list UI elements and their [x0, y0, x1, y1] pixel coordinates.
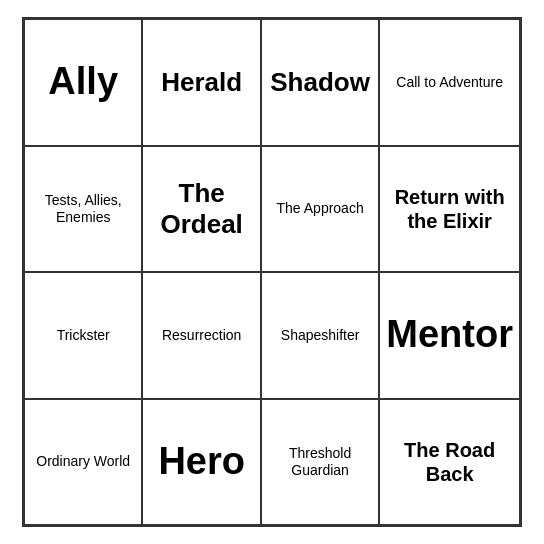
cell-text-r0c3: Call to Adventure: [396, 74, 503, 91]
cell-text-r3c3: The Road Back: [386, 438, 513, 486]
cell-text-r0c1: Herald: [161, 67, 242, 98]
cell-r1c2: The Approach: [261, 146, 379, 273]
cell-r1c0: Tests, Allies, Enemies: [24, 146, 142, 273]
cell-text-r2c1: Resurrection: [162, 327, 241, 344]
cell-text-r3c0: Ordinary World: [36, 453, 130, 470]
cell-text-r1c2: The Approach: [277, 200, 364, 217]
cell-r0c0: Ally: [24, 19, 142, 146]
cell-text-r2c0: Trickster: [57, 327, 110, 344]
cell-r0c1: Herald: [142, 19, 260, 146]
cell-text-r2c2: Shapeshifter: [281, 327, 360, 344]
cell-text-r0c2: Shadow: [270, 67, 370, 98]
cell-text-r1c0: Tests, Allies, Enemies: [31, 192, 135, 226]
cell-text-r1c1: The Ordeal: [149, 178, 253, 240]
cell-r2c1: Resurrection: [142, 272, 260, 399]
cell-r3c3: The Road Back: [379, 399, 520, 526]
cell-text-r3c1: Hero: [158, 439, 245, 485]
cell-r1c1: The Ordeal: [142, 146, 260, 273]
cell-r2c0: Trickster: [24, 272, 142, 399]
cell-r2c2: Shapeshifter: [261, 272, 379, 399]
cell-text-r0c0: Ally: [48, 59, 118, 105]
cell-r3c0: Ordinary World: [24, 399, 142, 526]
cell-text-r3c2: Threshold Guardian: [268, 445, 372, 479]
cell-r0c2: Shadow: [261, 19, 379, 146]
cell-text-r2c3: Mentor: [386, 312, 513, 358]
cell-text-r1c3: Return with the Elixir: [386, 185, 513, 233]
cell-r3c2: Threshold Guardian: [261, 399, 379, 526]
cell-r1c3: Return with the Elixir: [379, 146, 520, 273]
bingo-card: AllyHeraldShadowCall to AdventureTests, …: [22, 17, 522, 527]
cell-r0c3: Call to Adventure: [379, 19, 520, 146]
cell-r3c1: Hero: [142, 399, 260, 526]
cell-r2c3: Mentor: [379, 272, 520, 399]
